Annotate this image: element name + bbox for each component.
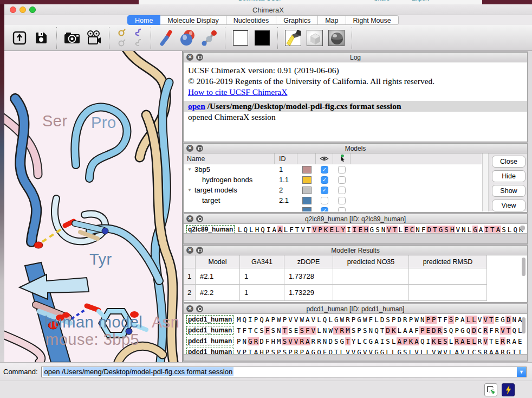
scrollbar-thumb[interactable]: [520, 226, 525, 230]
scrollbar-thumb[interactable]: [522, 317, 525, 333]
mouse-mode-button[interactable]: [484, 383, 497, 396]
full-lighting-button[interactable]: [327, 28, 346, 48]
residue-label-pro: Pro: [91, 114, 116, 132]
undock-panel-icon[interactable]: [196, 54, 203, 61]
cite-link[interactable]: How to cite UCSF ChimeraX: [188, 87, 287, 97]
tab-home[interactable]: Home: [127, 15, 160, 25]
close-panel-icon[interactable]: ✕: [186, 305, 193, 312]
sequence-row[interactable]: pdcd1_humanMQIPQAPWPVVWAVLQLGWRPGWFLDSPD…: [184, 314, 527, 325]
sequence-scroll-track[interactable]: [184, 354, 527, 361]
model-color-swatch[interactable]: [302, 207, 312, 212]
rapid-command-button[interactable]: [502, 383, 515, 396]
modeller-col: predicted RMSD: [409, 255, 487, 268]
white-background-button[interactable]: [231, 28, 250, 48]
tab-right-mouse[interactable]: Right Mouse: [346, 15, 399, 25]
residue-label-tyr: Tyr: [89, 251, 112, 268]
black-background-button[interactable]: [253, 28, 271, 48]
selected-checkbox[interactable]: [338, 166, 346, 174]
tab-map[interactable]: Map: [318, 15, 346, 25]
stick-style-button[interactable]: [157, 28, 176, 48]
modeller-col: zDOPE: [284, 255, 333, 268]
tab-molecule-display[interactable]: Molecule Display: [160, 15, 226, 25]
view-button[interactable]: View: [492, 200, 525, 211]
model-row[interactable]: hydrogen bonds1.1✓: [184, 175, 482, 185]
sequence-letters: LQLHQIAALFTVTVPKELYIIEHGSNVTLECNFDTGSHVN…: [237, 226, 524, 233]
command-input[interactable]: open /Users/meng/Desktop/model-pdl-fig.c…: [41, 367, 527, 377]
sequence-row[interactable]: q2lc89_humanLQLHQIAALFTVTVPKELYIIEHGSNVT…: [184, 224, 527, 233]
model-color-swatch[interactable]: [302, 166, 312, 174]
hide-button[interactable]: Hide: [492, 170, 525, 182]
selected-checkbox[interactable]: [338, 207, 346, 212]
sequence-label: pdcd1_human: [186, 348, 233, 354]
model-id: 2.1: [275, 196, 297, 204]
sequence-row[interactable]: pdcd1_humanPNGRDFHMSVVRARRNDSGTYLCGAISLA…: [184, 336, 527, 346]
sequence-row[interactable]: pdcd1_humanVPTAHPSPSPRPAGQFQTLVVGVVGGLLG…: [184, 346, 527, 354]
log-content: UCSF ChimeraX version: 0.91 (2019-06-06)…: [184, 62, 527, 123]
shown-checkbox[interactable]: ✓: [321, 176, 328, 184]
open-file-button[interactable]: [10, 28, 29, 48]
model-row[interactable]: ▼3bp51✓: [184, 164, 482, 175]
soft-lighting-button[interactable]: [306, 28, 324, 48]
sequence-scroll-track[interactable]: [184, 233, 527, 243]
modeller-col: GA341: [240, 255, 284, 268]
model-row[interactable]: target2.1: [184, 195, 482, 206]
modeller-row[interactable]: 2#2.211.73229: [184, 285, 487, 301]
close-button[interactable]: Close: [492, 156, 525, 168]
close-panel-icon[interactable]: ✕: [186, 54, 193, 61]
sphere-style-icon: [179, 29, 197, 47]
shown-checkbox[interactable]: [321, 197, 328, 204]
sphere-style-button[interactable]: [179, 28, 197, 48]
models-panel-title: Models: [184, 145, 527, 152]
ribbon-tab-bar: HomeMolecule DisplayNucleotidesGraphicsM…: [4, 15, 532, 25]
model-color-swatch[interactable]: [302, 176, 312, 184]
scrollbar-thumb[interactable]: [522, 258, 525, 276]
disclosure-triangle-icon[interactable]: ▼: [186, 188, 193, 192]
modeller-results-panel: Modeller Results ✕ ModelGA341zDOPEpredic…: [183, 245, 528, 303]
sequence-row-area[interactable]: q2lc89_humanLQLHQIAALFTVTVPKELYIIEHGSNVT…: [184, 224, 527, 233]
model-color-swatch[interactable]: [302, 197, 312, 204]
hide-cartoons-button[interactable]: [131, 38, 145, 48]
undock-panel-icon[interactable]: [196, 247, 203, 254]
shown-checkbox[interactable]: ✓: [321, 166, 328, 174]
selection-rectangle-icon: [486, 385, 496, 395]
model-row[interactable]: ▼target models2✓: [184, 185, 482, 195]
shown-checkbox[interactable]: ✓: [321, 187, 328, 194]
show-button[interactable]: Show: [492, 185, 525, 197]
command-label: Command:: [3, 368, 38, 376]
hide-atoms-icon: [118, 38, 126, 47]
modeller-row[interactable]: 1#2.111.73728: [184, 268, 487, 285]
shown-checkbox[interactable]: ✓: [321, 207, 328, 212]
undock-panel-icon[interactable]: [196, 305, 203, 312]
selected-checkbox[interactable]: [338, 176, 346, 184]
selected-checkbox[interactable]: [338, 187, 346, 194]
ball-and-stick-style-button[interactable]: [200, 28, 219, 48]
close-panel-icon[interactable]: ✕: [186, 145, 193, 152]
snapshot-button[interactable]: [63, 28, 81, 48]
disclosure-triangle-icon[interactable]: ▼: [186, 167, 193, 172]
hide-atoms-button[interactable]: [115, 38, 129, 48]
tab-graphics[interactable]: Graphics: [276, 15, 318, 25]
record-movie-button[interactable]: [85, 28, 103, 48]
model-color-swatch[interactable]: [302, 187, 312, 194]
selected-checkbox[interactable]: [338, 197, 346, 204]
undock-panel-icon[interactable]: [196, 215, 203, 222]
camera-icon: [64, 31, 80, 44]
close-panel-icon[interactable]: ✕: [186, 215, 193, 222]
tab-nucleotides[interactable]: Nucleotides: [226, 15, 276, 25]
models-scrollbar[interactable]: [482, 153, 489, 211]
save-file-button[interactable]: [32, 28, 50, 48]
log-panel-header: Log ✕: [184, 53, 527, 62]
soft-lighting-icon: [307, 30, 323, 46]
sequence-rows-area[interactable]: pdcd1_humanMQIPQAPWPVVWAVLQLGWRPGWFLDSPD…: [184, 314, 527, 354]
model-row[interactable]: ✓: [184, 206, 482, 211]
command-history-dropdown[interactable]: ▼: [517, 367, 526, 377]
open-command-link[interactable]: open: [188, 101, 205, 111]
graphics-viewport[interactable]: Ser Pro Tyr human model Asn mouse: 3bp5: [4, 51, 182, 362]
sequence-row[interactable]: pdcd1_humanTFTCSFSNTSESFVLNWYRMSPSNQTDKL…: [184, 325, 527, 336]
show-atoms-button[interactable]: [115, 28, 129, 38]
simple-lighting-button[interactable]: [284, 28, 302, 48]
log-command-text: /Users/meng/Desktop/model-pdl-fig.cxs fo…: [205, 101, 401, 111]
show-cartoons-button[interactable]: [131, 28, 145, 38]
undock-panel-icon[interactable]: [196, 145, 203, 152]
close-panel-icon[interactable]: ✕: [186, 247, 193, 254]
